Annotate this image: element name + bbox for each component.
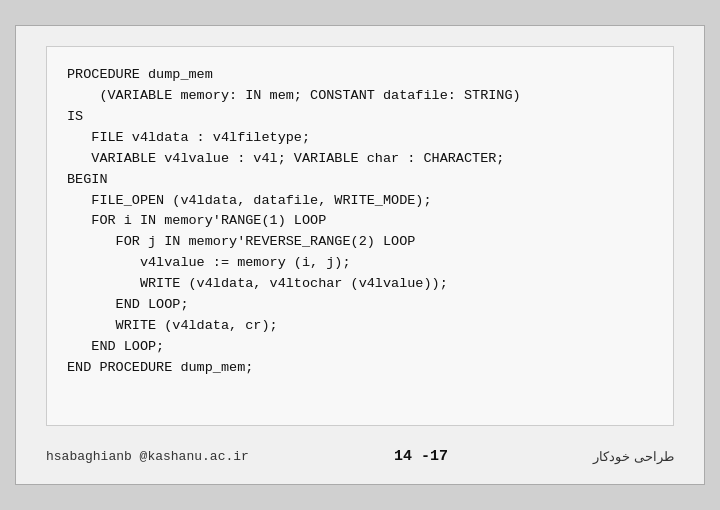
footer-page-number: 14 -17 <box>394 448 448 465</box>
code-line-13: WRITE (v4ldata, cr); <box>67 318 278 333</box>
code-line-3: IS <box>67 109 83 124</box>
code-content: PROCEDURE dump_mem (VARIABLE memory: IN … <box>67 65 653 379</box>
code-line-6: BEGIN <box>67 172 108 187</box>
code-line-7: FILE_OPEN (v4ldata, datafile, WRITE_MODE… <box>67 193 432 208</box>
code-line-8: FOR i IN memory'RANGE(1) LOOP <box>67 213 326 228</box>
code-line-9: FOR j IN memory'REVERSE_RANGE(2) LOOP <box>67 234 415 249</box>
code-line-12: END LOOP; <box>67 297 189 312</box>
code-area: PROCEDURE dump_mem (VARIABLE memory: IN … <box>46 46 674 426</box>
slide-container: PROCEDURE dump_mem (VARIABLE memory: IN … <box>15 25 705 485</box>
code-line-1: PROCEDURE dump_mem <box>67 67 213 82</box>
footer-author: طراحی خودکار <box>593 449 674 464</box>
code-line-15: END PROCEDURE dump_mem; <box>67 360 253 375</box>
code-line-2: (VARIABLE memory: IN mem; CONSTANT dataf… <box>67 88 521 103</box>
code-line-14: END LOOP; <box>67 339 164 354</box>
footer: hsabaghianb @kashanu.ac.ir 14 -17 طراحی … <box>16 436 704 476</box>
code-line-4: FILE v4ldata : v4lfiletype; <box>67 130 310 145</box>
code-line-11: WRITE (v4ldata, v4ltochar (v4lvalue)); <box>67 276 448 291</box>
footer-email: hsabaghianb @kashanu.ac.ir <box>46 449 249 464</box>
code-line-5: VARIABLE v4lvalue : v4l; VARIABLE char :… <box>67 151 504 166</box>
code-line-10: v4lvalue := memory (i, j); <box>67 255 351 270</box>
